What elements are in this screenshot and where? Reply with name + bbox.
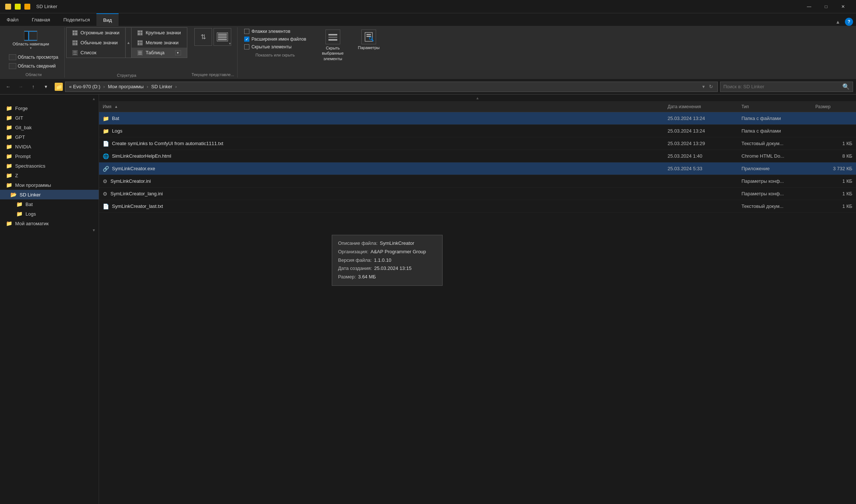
tab-view[interactable]: Вид <box>96 13 119 26</box>
search-box[interactable]: 🔍 <box>720 82 853 92</box>
path-refresh-btn[interactable]: ↻ <box>708 84 714 90</box>
col-header-size[interactable]: Размер <box>812 104 856 109</box>
flags-checkbox[interactable] <box>244 29 249 34</box>
current-view-buttons: ⇅ ▾ <box>194 28 231 46</box>
maximize-button[interactable]: □ <box>818 0 835 13</box>
sidebar-item-bat[interactable]: 📁 Bat <box>0 199 99 209</box>
hide-selected-button[interactable]: Скрыть выбранные элементы <box>314 28 351 63</box>
table-view-icon <box>217 32 228 41</box>
sidebar-item-spectrasonics[interactable]: 📁 Spectrasonics <box>0 161 99 171</box>
sidebar-item-forge[interactable]: 📁 Forge <box>0 103 99 113</box>
close-button[interactable]: ✕ <box>835 0 852 13</box>
folder-icon: 📁 <box>6 115 12 121</box>
scroll-down-indicator: ▼ <box>92 228 96 235</box>
hidden-checkbox[interactable] <box>244 44 249 49</box>
up-button[interactable]: ↑ <box>28 82 38 92</box>
sidebar-item-logs[interactable]: 📁 Logs <box>0 209 99 219</box>
sidebar-item-git-bak[interactable]: 📁 Git_bak <box>0 123 99 132</box>
file-type-simlink-help: Chrome HTML Do... <box>738 153 812 159</box>
col-header-name[interactable]: Имя ▲ <box>99 104 664 109</box>
folder-icon: 📁 <box>6 153 12 159</box>
file-row-create-symlinks[interactable]: 📄 Create symLinks to ComfyUI from automa… <box>99 137 856 150</box>
col-header-date[interactable]: Дата изменения <box>664 104 738 109</box>
col-header-type[interactable]: Тип <box>738 104 812 109</box>
btn-area-details[interactable]: Область сведений <box>6 62 61 70</box>
file-row-logs[interactable]: 📁 Logs 25.03.2024 13:24 Папка с файлами <box>99 125 856 137</box>
sidebar-scroll-down: ▼ <box>0 228 99 235</box>
checkbox-flags[interactable]: Флажки элементов <box>242 28 308 35</box>
check-icon: ✓ <box>245 37 248 41</box>
file-type-symlink-last-txt: Текстовый докум... <box>738 203 812 209</box>
group-label-show-hide: Показать или скрыть <box>242 51 308 57</box>
sidebar-item-sd-linker[interactable]: 📂 SD Linker <box>0 190 99 199</box>
path-part-drive[interactable]: « Evo-970 (D:) <box>69 84 100 89</box>
file-row-symlink-lang-ini[interactable]: ⚙ SymLinkCreator_lang.ini Параметры конф… <box>99 188 856 200</box>
file-size-symlink-exe: 3 732 КБ <box>812 166 856 171</box>
sidebar-item-gpt[interactable]: 📁 GPT <box>0 132 99 142</box>
svg-rect-0 <box>5 4 11 10</box>
area-preview-icon <box>9 54 16 60</box>
sidebar-item-moi-programmy[interactable]: 📁 Мои программы <box>0 180 99 190</box>
table-columns-button[interactable]: ▾ <box>214 28 231 46</box>
file-name-symlink-exe: 🔗 SymLinkCreator.exe <box>99 166 664 172</box>
file-row-symlink-exe[interactable]: 🔗 SymLinkCreator.exe 25.03.2024 5:33 При… <box>99 162 856 175</box>
file-row-bat[interactable]: 📁 Bat 25.03.2024 13:24 Папка с файлами <box>99 112 856 125</box>
checkbox-hidden[interactable]: Скрытые элементы <box>242 44 308 50</box>
ribbon-group-areas: Область навигации ▾ Область просмотра Об… <box>3 27 65 78</box>
folder-icon: 📁 <box>16 201 23 207</box>
view-option-table[interactable]: Таблица ▾ <box>132 48 187 58</box>
table-icon <box>137 50 143 55</box>
table-scroll: ▾ <box>175 50 181 55</box>
nav-area-button[interactable]: Область навигации ▾ <box>9 29 53 51</box>
back-button[interactable]: ← <box>3 82 13 92</box>
folder-icon: 📁 <box>103 128 109 134</box>
area-details-icon <box>9 63 16 69</box>
file-row-simlink-help[interactable]: 🌐 SimLinkCreatorHelpEn.html 25.03.2024 1… <box>99 150 856 162</box>
view-option-large[interactable]: Крупные значки <box>132 28 187 38</box>
search-input[interactable] <box>723 84 840 89</box>
view-option-huge[interactable]: Огромные значки <box>66 28 125 38</box>
sidebar-item-git[interactable]: 📁 GIT <box>0 113 99 123</box>
path-dropdown-btn[interactable]: ▾ <box>700 84 706 90</box>
checkbox-extensions[interactable]: ✓ Расширения имен файлов <box>242 36 308 42</box>
tab-share[interactable]: Поделиться <box>57 13 96 26</box>
view-option-list[interactable]: Список <box>66 48 125 58</box>
view-option-small[interactable]: Мелкие значки <box>132 38 187 48</box>
minimize-button[interactable]: — <box>801 0 818 13</box>
svg-rect-8 <box>366 36 371 37</box>
folder-icon: 📁 <box>6 172 12 178</box>
extensions-checkbox[interactable]: ✓ <box>244 37 249 42</box>
tab-home[interactable]: Главная <box>25 13 57 26</box>
sidebar-item-z[interactable]: 📁 Z <box>0 171 99 180</box>
tooltip-version: Версия файла: 1.1.0.10 <box>338 257 436 264</box>
hide-params-group: Скрыть выбранные элементы Параметры <box>314 28 383 63</box>
view-option-normal[interactable]: Обычные значки <box>66 38 125 48</box>
scroll-up-arrow: ▲ <box>126 28 132 58</box>
tab-file[interactable]: Файл <box>0 13 25 26</box>
params-label: Параметры <box>358 45 380 50</box>
file-date-symlink-exe: 25.03.2024 5:33 <box>664 166 738 171</box>
sidebar-scroll-up: ▲ <box>0 97 99 103</box>
path-part-programs[interactable]: Мои программы <box>108 84 144 89</box>
ribbon-btn-nav-area[interactable]: Область навигации ▾ <box>6 28 56 52</box>
file-row-symlink-last-txt[interactable]: 📄 SymLinkCreator_last.txt Текстовый доку… <box>99 200 856 213</box>
nav-area-label: Область навигации <box>13 42 49 46</box>
lang-ini-icon: ⚙ <box>103 191 108 197</box>
show-hide-checkboxes: Флажки элементов ✓ Расширения имен файло… <box>242 28 308 57</box>
dropdown-button[interactable]: ▾ <box>41 82 51 92</box>
sort-button[interactable]: ⇅ <box>194 28 212 46</box>
sidebar-item-prompt[interactable]: 📁 Prompt <box>0 151 99 161</box>
chrome-icon: 🌐 <box>103 153 109 159</box>
btn-area-preview[interactable]: Область просмотра <box>6 53 61 61</box>
file-size-create-symlinks: 1 КБ <box>812 141 856 146</box>
view-dropdown-panel: Огромные значки Обычные значки Спис <box>66 27 187 58</box>
address-path[interactable]: « Evo-970 (D:) › Мои программы › SD Link… <box>65 82 718 92</box>
ribbon-expand-icon[interactable]: ▲ <box>834 18 842 26</box>
path-part-sdlinker[interactable]: SD Linker <box>151 84 172 89</box>
params-button[interactable]: Параметры <box>354 28 383 51</box>
sidebar-item-moy-avtomatic[interactable]: 📁 Мой автоматик <box>0 219 99 228</box>
folder-icon: 📁 <box>6 163 12 169</box>
help-button[interactable]: ? <box>845 18 853 26</box>
file-row-symlink-ini[interactable]: ⚙ SymLinkCreator.ini Параметры конф... 1… <box>99 175 856 188</box>
sidebar-item-nvidia[interactable]: 📁 NVIDIA <box>0 142 99 151</box>
